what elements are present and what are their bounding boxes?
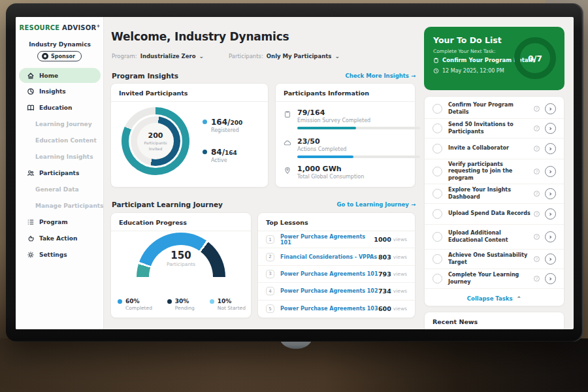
filters: Program: Industrialize Zero ⌄ Participan…: [112, 53, 340, 59]
not-started-legend: 10% Not Started: [210, 298, 246, 311]
todo-due-date: 12 May 2025, 12:00 PM: [433, 68, 504, 74]
participants-filter-value: Only My Participants: [267, 53, 332, 59]
lesson-link[interactable]: Power Purchase Agreements 103: [280, 306, 378, 312]
go-button[interactable]: ›: [545, 208, 556, 220]
go-button[interactable]: ›: [545, 123, 556, 134]
monitor-bezel: RESOURCE ADVISOR+ Industry Dynamics Spon…: [6, 3, 583, 342]
lesson-link[interactable]: Financial Considerations - VPPAs: [280, 254, 378, 260]
checkbox[interactable]: [433, 209, 442, 219]
sidebar-item-label: General Data: [35, 186, 79, 193]
lesson-link[interactable]: Power Purchase Agreements 101: [280, 271, 378, 277]
sidebar-item-education-content[interactable]: Education Content: [16, 132, 104, 148]
sidebar-item-manage-participants[interactable]: Manage Participants: [16, 197, 104, 214]
checkbox[interactable]: [433, 232, 442, 242]
collapse-tasks-link[interactable]: Collapse Tasks ⌃: [425, 289, 564, 308]
go-to-learning-journey-link[interactable]: Go to Learning Journey →: [290, 201, 416, 208]
go-button[interactable]: ›: [545, 273, 556, 284]
info-icon: ?: [534, 106, 540, 112]
stat-value: 1,000 GWh: [297, 165, 364, 173]
go-button[interactable]: ›: [545, 231, 556, 242]
clock-icon: [433, 68, 439, 74]
check-more-insights-link[interactable]: Check More Insights →: [290, 73, 416, 79]
views-count: 600: [378, 305, 391, 312]
checkbox[interactable]: [433, 144, 442, 154]
todo-progress-ring: 0/7: [514, 37, 556, 79]
sidebar-item-insights[interactable]: Insights: [16, 83, 104, 99]
checkbox[interactable]: [433, 274, 442, 284]
program-icon: [27, 218, 35, 226]
sidebar-item-home[interactable]: Home: [19, 68, 101, 83]
sidebar-item-label: Take Action: [39, 235, 77, 242]
program-insights-heading: Program Insights: [112, 72, 178, 80]
sidebar-item-learning-insights[interactable]: Learning Insights: [16, 148, 104, 165]
sidebar-item-label: Education Content: [35, 137, 97, 144]
checkbox[interactable]: [433, 254, 442, 264]
todo-item[interactable]: Explore Your Insights Dashboard ? ›: [425, 184, 564, 204]
gauge-legend: 60% Completed 30% Pending: [118, 298, 246, 311]
program-filter-value: Industrialize Zero: [140, 53, 196, 59]
todo-list: Confirm Your Program Details ? › Send 50…: [425, 99, 564, 306]
sidebar-item-education[interactable]: Education: [16, 99, 104, 116]
sidebar-item-take-action[interactable]: Take Action: [16, 230, 104, 246]
todo-item[interactable]: Send 50 Invitations to Participants ? ›: [425, 119, 564, 139]
sidebar-item-learning-journey[interactable]: Learning Journey: [16, 116, 104, 132]
education-progress-card: Education Progress 150 Participants: [110, 212, 252, 318]
participants-filter[interactable]: Participants: Only My Participants ⌄: [229, 53, 340, 59]
completed-dot: [118, 299, 122, 304]
todo-item[interactable]: Upload Spend Data Records ? ›: [425, 204, 564, 225]
recent-news-title: Recent News: [425, 312, 564, 329]
lesson-row: 3 Power Purchase Agreements 101 793 view…: [258, 266, 415, 283]
sidebar-item-label: Participants: [39, 170, 79, 176]
participants-icon: [27, 169, 35, 177]
location-pin-icon: [284, 165, 292, 180]
consumption-stat: 1,000 GWh Total Global Consumption: [284, 165, 425, 180]
checkbox[interactable]: [433, 167, 442, 176]
program-filter[interactable]: Program: Industrialize Zero ⌄: [112, 53, 204, 59]
todo-item[interactable]: Confirm Your Program Details ? ›: [425, 99, 564, 119]
todo-item[interactable]: Upload Additional Educational Content ? …: [425, 225, 564, 250]
invited-count: 200: [148, 131, 163, 140]
todo-item[interactable]: Invite a Collaborator ? ›: [425, 139, 564, 159]
sponsor-icon: [42, 53, 48, 59]
app-logo: RESOURCE ADVISOR+: [16, 24, 104, 31]
rank-badge: 2: [266, 253, 274, 261]
stat-label: Emission Survey Completed: [297, 118, 420, 123]
views-count: 1000: [374, 236, 391, 243]
lesson-link[interactable]: Power Purchase Agreements 101: [280, 234, 374, 246]
checkbox[interactable]: [433, 123, 442, 133]
active-legend: 84/164 Active: [203, 148, 242, 163]
donut-legend: 164/200 Registered 84/164 Active: [203, 118, 242, 163]
donut-center: 200 Participants Invited: [137, 123, 174, 159]
lesson-link[interactable]: Power Purchase Agreements 102: [280, 288, 378, 294]
checkbox[interactable]: [433, 104, 442, 114]
go-button[interactable]: ›: [545, 188, 556, 199]
go-button[interactable]: ›: [545, 103, 556, 114]
arrow-right-icon: →: [411, 73, 416, 79]
go-button[interactable]: ›: [545, 166, 556, 177]
sidebar-item-settings[interactable]: Settings: [16, 246, 104, 263]
not-started-dot: [210, 299, 214, 304]
go-button[interactable]: ›: [545, 143, 556, 154]
sidebar-nav: Home Insights Education Learning Journey: [16, 68, 104, 263]
emission-survey-stat: 79/164 Emission Survey Completed: [284, 108, 425, 129]
sidebar-item-general-data[interactable]: General Data: [16, 181, 104, 197]
checkbox[interactable]: [433, 189, 442, 199]
todo-item[interactable]: Complete Your Learning Journey ? ›: [425, 269, 564, 289]
completed-legend: 60% Completed: [118, 298, 152, 311]
link-label: Check More Insights: [346, 73, 409, 79]
todo-item[interactable]: Achieve One Sustainability Target ? ›: [425, 250, 564, 269]
education-gauge-chart: 150 Participants: [111, 233, 251, 277]
chevron-right-icon: ›: [549, 275, 551, 282]
settings-icon: [27, 251, 35, 259]
screen: RESOURCE ADVISOR+ Industry Dynamics Spon…: [16, 17, 574, 329]
top-lessons-card: Top Lessons 1 Power Purchase Agreements …: [257, 212, 416, 318]
sidebar-item-program[interactable]: Program: [16, 214, 104, 230]
todo-item[interactable]: Verify participants requesting to join t…: [425, 159, 564, 184]
sidebar-item-participants[interactable]: Participants: [16, 165, 104, 181]
go-button[interactable]: ›: [545, 253, 556, 265]
sponsor-badge[interactable]: Sponsor: [37, 51, 82, 61]
pending-dot: [167, 299, 172, 304]
chevron-right-icon: ›: [549, 125, 551, 132]
sidebar-item-label: Learning Insights: [35, 154, 93, 160]
card-title: Participants Information: [276, 84, 415, 102]
